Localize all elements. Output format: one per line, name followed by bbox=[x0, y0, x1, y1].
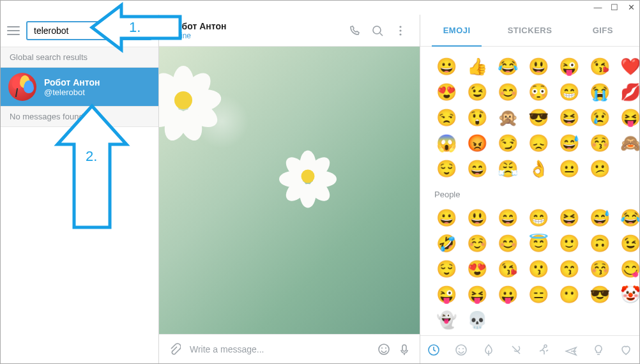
emoji-item[interactable]: 😭 bbox=[586, 81, 613, 103]
menu-icon[interactable] bbox=[7, 26, 20, 35]
emoji-item[interactable]: 😋 bbox=[617, 258, 639, 280]
emoji-item[interactable]: 😇 bbox=[525, 232, 552, 254]
microphone-icon[interactable] bbox=[398, 343, 411, 356]
emoji-item[interactable]: 😘 bbox=[494, 258, 521, 280]
svg-point-7 bbox=[385, 347, 386, 349]
emoji-item[interactable]: 😜 bbox=[556, 56, 583, 77]
emoji-item[interactable]: 😗 bbox=[525, 258, 552, 280]
emoji-item[interactable]: 😳 bbox=[525, 81, 552, 103]
emoji-item[interactable]: 😌 bbox=[433, 158, 460, 179]
emoji-item[interactable]: 😶 bbox=[556, 284, 583, 305]
emoji-item[interactable]: 😝 bbox=[464, 284, 491, 305]
svg-point-14 bbox=[544, 345, 547, 347]
sidebar: Global search results Робот Антон @teler… bbox=[1, 15, 159, 363]
emoji-item[interactable]: 😜 bbox=[433, 284, 460, 305]
emoji-item[interactable]: 😕 bbox=[586, 158, 613, 179]
tab-emoji[interactable]: EMOJI bbox=[420, 15, 493, 46]
emoji-item[interactable]: 👻 bbox=[433, 309, 460, 331]
window-close-button[interactable]: ✕ bbox=[627, 3, 636, 12]
emoji-item[interactable]: 😱 bbox=[433, 132, 460, 154]
emoji-item[interactable]: 😚 bbox=[586, 258, 613, 280]
emoji-item[interactable]: 😆 bbox=[556, 107, 583, 128]
more-icon[interactable] bbox=[393, 24, 408, 37]
emoji-item[interactable]: 😍 bbox=[433, 81, 460, 103]
search-icon[interactable] bbox=[370, 24, 385, 37]
emoji-item[interactable]: 😏 bbox=[494, 132, 521, 154]
emoji-item[interactable]: 😅 bbox=[586, 207, 613, 229]
emoji-item[interactable]: 😀 bbox=[433, 56, 460, 77]
result-name: Робот Антон bbox=[44, 77, 100, 87]
emoji-item[interactable]: 🙃 bbox=[586, 232, 613, 254]
emoji-item[interactable]: 😲 bbox=[464, 107, 491, 128]
emoji-item[interactable]: 🙂 bbox=[556, 232, 583, 254]
emoji-item[interactable]: 🙊 bbox=[494, 107, 521, 128]
emoji-item[interactable]: 😉 bbox=[464, 81, 491, 103]
titlebar: — ☐ ✕ bbox=[1, 1, 639, 15]
window-minimize-button[interactable]: — bbox=[593, 3, 602, 12]
emoji-item[interactable]: 😚 bbox=[586, 132, 613, 154]
cat-recent-icon[interactable] bbox=[423, 344, 444, 356]
emoji-item[interactable]: 😆 bbox=[556, 207, 583, 229]
emoji-item[interactable]: 😙 bbox=[556, 258, 583, 280]
section-no-messages: No messages found bbox=[1, 106, 158, 127]
emoji-item[interactable]: 😝 bbox=[617, 107, 639, 128]
emoji-item[interactable]: 💀 bbox=[464, 309, 491, 331]
emoji-item[interactable]: 😢 bbox=[586, 107, 613, 128]
message-input[interactable] bbox=[188, 344, 370, 355]
emoji-item[interactable]: 🤣 bbox=[433, 232, 460, 254]
emoji-item[interactable]: 😎 bbox=[586, 284, 613, 305]
emoji-item[interactable]: 😊 bbox=[494, 232, 521, 254]
emoji-item[interactable]: 😐 bbox=[556, 158, 583, 179]
call-icon[interactable] bbox=[347, 24, 362, 37]
emoji-item[interactable]: 💋 bbox=[617, 81, 639, 103]
emoji-item[interactable]: ☺️ bbox=[464, 232, 491, 254]
emoji-item[interactable]: 😉 bbox=[617, 232, 639, 254]
search-result-item[interactable]: Робот Антон @telerobot bbox=[1, 68, 158, 106]
tab-stickers[interactable]: STICKERS bbox=[493, 15, 566, 46]
emoji-item[interactable]: 😁 bbox=[556, 81, 583, 103]
emoji-item[interactable]: 😞 bbox=[525, 132, 552, 154]
chat-background bbox=[159, 47, 420, 334]
window-maximize-button[interactable]: ☐ bbox=[610, 3, 619, 12]
emoji-item[interactable]: 😡 bbox=[464, 132, 491, 154]
cat-people-icon[interactable] bbox=[451, 344, 471, 356]
emoji-item[interactable]: 😂 bbox=[617, 207, 639, 229]
emoji-item[interactable]: 😛 bbox=[494, 284, 521, 305]
emoji-item[interactable]: 😌 bbox=[433, 258, 460, 280]
emoji-item[interactable]: 😄 bbox=[494, 207, 521, 229]
cat-food-icon[interactable] bbox=[506, 344, 526, 356]
emoji-icon[interactable] bbox=[377, 343, 390, 356]
cat-nature-icon[interactable] bbox=[478, 344, 499, 356]
emoji-item[interactable]: 🙈 bbox=[617, 132, 639, 154]
emoji-panel: EMOJI STICKERS GIFS 😀👍😂😃😜😘❤️😍😉😊😳😁😭💋😒😲🙊😎😆… bbox=[420, 15, 639, 363]
result-text: Робот Антон @telerobot bbox=[44, 77, 100, 97]
cat-activity-icon[interactable] bbox=[533, 344, 554, 356]
emoji-item[interactable]: 😒 bbox=[433, 107, 460, 128]
emoji-item[interactable]: 😃 bbox=[525, 56, 552, 77]
emoji-item[interactable]: 👍 bbox=[464, 56, 491, 77]
emoji-scroll-area[interactable]: 😀👍😂😃😜😘❤️😍😉😊😳😁😭💋😒😲🙊😎😆😢😝😱😡😏😞😅😚🙈😌😄😤👌😐😕Peopl… bbox=[420, 47, 639, 335]
emoji-item[interactable]: 😊 bbox=[494, 81, 521, 103]
emoji-item[interactable]: 😍 bbox=[464, 258, 491, 280]
cat-objects-icon[interactable] bbox=[588, 344, 609, 356]
emoji-item[interactable]: 😤 bbox=[494, 158, 521, 179]
cat-travel-icon[interactable] bbox=[561, 344, 581, 356]
emoji-item[interactable]: ❤️ bbox=[617, 56, 639, 77]
svg-point-6 bbox=[381, 347, 383, 349]
emoji-item[interactable]: 😃 bbox=[464, 207, 491, 229]
emoji-item[interactable]: 😄 bbox=[464, 158, 491, 179]
cat-symbols-icon[interactable] bbox=[616, 344, 636, 356]
tab-gifs[interactable]: GIFS bbox=[567, 15, 639, 46]
chat-title-block[interactable]: Робот Антон online bbox=[171, 21, 339, 40]
emoji-item[interactable]: 😎 bbox=[525, 107, 552, 128]
emoji-item[interactable]: 😂 bbox=[494, 56, 521, 77]
emoji-item[interactable]: 😁 bbox=[525, 207, 552, 229]
attach-icon[interactable] bbox=[168, 343, 181, 356]
emoji-item[interactable]: 😀 bbox=[433, 207, 460, 229]
emoji-item[interactable]: 😑 bbox=[525, 284, 552, 305]
emoji-item[interactable]: 😅 bbox=[556, 132, 583, 154]
emoji-item[interactable]: 👌 bbox=[525, 158, 552, 179]
emoji-item[interactable]: 🤡 bbox=[617, 284, 639, 305]
emoji-item[interactable]: 😘 bbox=[586, 56, 613, 77]
svg-point-3 bbox=[399, 29, 401, 31]
